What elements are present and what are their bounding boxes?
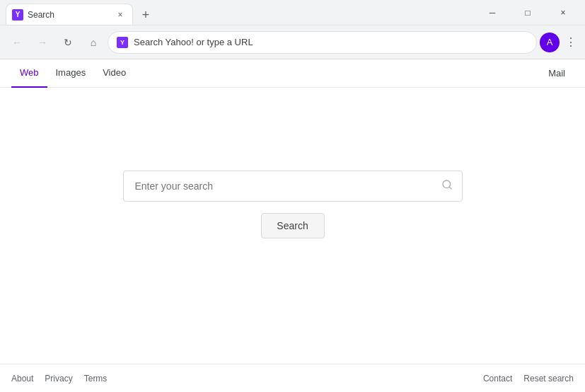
yahoo-nav-links: Web Images Video bbox=[11, 59, 134, 88]
address-bar-favicon: Y bbox=[117, 37, 128, 48]
active-tab[interactable]: Y Search × bbox=[6, 4, 133, 25]
address-bar-text: Search Yahoo! or type a URL bbox=[134, 37, 528, 47]
window-controls: ─ □ × bbox=[476, 0, 579, 25]
search-input[interactable] bbox=[123, 171, 463, 202]
footer-link-privacy[interactable]: Privacy bbox=[45, 374, 72, 384]
footer-link-terms[interactable]: Terms bbox=[84, 374, 108, 384]
new-tab-button[interactable]: + bbox=[136, 5, 156, 25]
restore-button[interactable]: □ bbox=[511, 0, 544, 25]
nav-link-web[interactable]: Web bbox=[11, 59, 47, 88]
footer-left-links: About Privacy Terms bbox=[11, 374, 107, 384]
footer-link-about[interactable]: About bbox=[11, 374, 33, 384]
minimize-button[interactable]: ─ bbox=[476, 0, 509, 25]
footer: About Privacy Terms Contact Reset search bbox=[0, 364, 585, 392]
back-button[interactable]: ← bbox=[6, 31, 28, 54]
reload-button[interactable]: ↻ bbox=[57, 31, 79, 54]
main-content: Search bbox=[0, 88, 585, 364]
footer-right-links: Contact Reset search bbox=[483, 374, 574, 384]
nav-link-images[interactable]: Images bbox=[47, 59, 95, 88]
footer-link-reset-search[interactable]: Reset search bbox=[523, 374, 574, 384]
nav-link-video[interactable]: Video bbox=[94, 59, 134, 88]
title-bar: Y Search × + ─ □ × bbox=[0, 0, 585, 25]
home-button[interactable]: ⌂ bbox=[82, 31, 105, 54]
tab-title: Search bbox=[28, 10, 110, 20]
svg-line-1 bbox=[449, 187, 451, 189]
tab-bar: Y Search × + bbox=[6, 0, 476, 25]
yahoo-nav: Web Images Video Mail bbox=[0, 59, 585, 88]
more-options-button[interactable]: ⋮ bbox=[562, 34, 579, 51]
nav-bar: ← → ↻ ⌂ Y Search Yahoo! or type a URL A … bbox=[0, 25, 585, 59]
profile-button[interactable]: A bbox=[540, 33, 560, 52]
address-bar[interactable]: Y Search Yahoo! or type a URL bbox=[108, 31, 537, 54]
search-button[interactable]: Search bbox=[261, 213, 325, 238]
forward-button[interactable]: → bbox=[31, 31, 54, 54]
close-window-button[interactable]: × bbox=[547, 0, 579, 25]
search-box-wrapper bbox=[123, 171, 463, 202]
tab-close-button[interactable]: × bbox=[114, 8, 127, 21]
footer-link-contact[interactable]: Contact bbox=[483, 374, 512, 384]
search-input-icon bbox=[441, 179, 453, 193]
yahoo-mail-link[interactable]: Mail bbox=[540, 59, 574, 88]
page-content: Web Images Video Mail Search About Priva… bbox=[0, 59, 585, 392]
tab-favicon: Y bbox=[12, 9, 23, 21]
